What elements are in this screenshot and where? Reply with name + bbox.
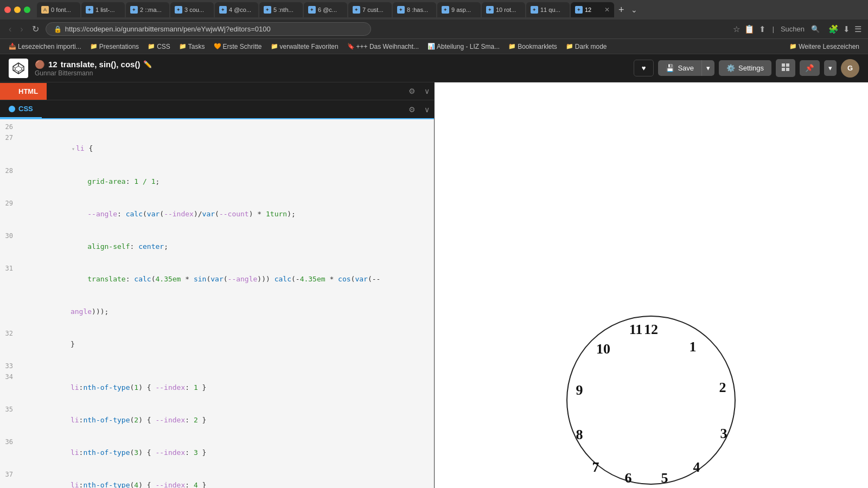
- downloads-button[interactable]: ⬇: [843, 24, 850, 34]
- tab-scroll-arrows[interactable]: ⌄: [631, 5, 637, 14]
- bookmark-abteilung-label: Abteilung - LIZ Sma...: [437, 43, 500, 50]
- css-label: CSS: [18, 105, 33, 113]
- browser-tab-1[interactable]: A 0 font...: [37, 2, 80, 17]
- svg-rect-11: [786, 68, 789, 71]
- bookmark-tasks[interactable]: 📁 Tasks: [176, 42, 208, 52]
- star-bookmark-button[interactable]: ☆: [733, 24, 740, 34]
- tab-bar: A 0 font... ✦ 1 list-... ✦ 2 ::ma... ✦ 3…: [0, 0, 868, 20]
- grid-view-button[interactable]: [776, 59, 795, 77]
- tab-label-3: 2 ::ma...: [140, 7, 162, 13]
- bookmark-weitere[interactable]: 📁 Weitere Lesezeichen: [786, 42, 863, 52]
- clock-preview: 12 1 2 3 4 5 6 7 8 9 10: [559, 308, 743, 489]
- browser-tab-4[interactable]: ✦ 3 cou...: [170, 2, 214, 17]
- clock-number-5: 5: [661, 470, 668, 486]
- bookmark-import[interactable]: 📥 Lesezeichen importi...: [5, 42, 85, 52]
- bookmark-tasks-icon: 📁: [179, 43, 187, 50]
- heart-button[interactable]: ♥: [634, 60, 654, 76]
- pen-title-row: 🟤 12 translate, sin(), cos() ✏️: [35, 60, 152, 69]
- html-settings-button[interactable]: ⚙: [404, 82, 420, 100]
- svg-marker-1: [15, 66, 22, 72]
- reload-button[interactable]: ↻: [30, 23, 41, 35]
- tab-css[interactable]: CSS: [0, 100, 42, 118]
- share-button[interactable]: ⬆: [759, 24, 766, 34]
- tab-html[interactable]: HTML: [0, 83, 47, 100]
- clock-number-2: 2: [719, 380, 726, 395]
- bookmark-erste[interactable]: 🧡 Erste Schritte: [210, 42, 265, 52]
- bookmark-abteilung[interactable]: 📊 Abteilung - LIZ Sma...: [424, 42, 503, 52]
- forward-button[interactable]: ›: [18, 23, 25, 35]
- url-input[interactable]: 🔒 https://codepen.io/gunnarbittersmann/p…: [46, 22, 371, 36]
- bookmark-erste-label: Erste Schritte: [223, 43, 262, 50]
- line-number-31-cont: 31: [0, 296, 20, 328]
- clock-number-7: 7: [592, 459, 599, 475]
- codepen-logo[interactable]: [9, 59, 28, 78]
- bookmark-darkmode-label: Dark mode: [575, 43, 607, 50]
- browser-tab-3[interactable]: ✦ 2 ::ma...: [126, 2, 169, 17]
- bookmark-bookmarklets[interactable]: 📁 Bookmarklets: [505, 42, 560, 52]
- maximize-window-button[interactable]: [24, 7, 30, 13]
- browser-tab-5[interactable]: ✦ 4 @co...: [215, 2, 258, 17]
- fold-arrow-27[interactable]: ▾: [71, 146, 76, 152]
- minimize-window-button[interactable]: [14, 7, 21, 13]
- svg-rect-9: [786, 63, 789, 67]
- clock-number-8: 8: [576, 427, 583, 442]
- reading-list-button[interactable]: 📋: [744, 24, 755, 34]
- close-window-button[interactable]: [4, 7, 11, 13]
- bookmarks-bar: 📥 Lesezeichen importi... 📁 Presentations…: [0, 39, 868, 54]
- bookmark-presentations[interactable]: 📁 Presentations: [87, 42, 142, 52]
- menu-button[interactable]: ☰: [854, 24, 861, 34]
- css-code-editor[interactable]: 26 27 ▾li { 28 grid-area: 1 / 1;: [0, 119, 434, 488]
- browser-tab-10[interactable]: ✦ 9 asp...: [437, 2, 481, 17]
- bookmark-darkmode[interactable]: 📁 Dark mode: [563, 42, 610, 52]
- settings-gear-icon: ⚙️: [726, 64, 735, 72]
- browser-tab-8[interactable]: ✦ 7 cust...: [348, 2, 392, 17]
- browser-tab-7[interactable]: ✦ 6 @c...: [304, 2, 347, 17]
- divider: |: [773, 25, 774, 33]
- save-button[interactable]: 💾 Save: [658, 60, 701, 76]
- line-content-27: ▾li {: [20, 132, 434, 165]
- tab-label-12: 11 qu...: [540, 7, 560, 13]
- pen-number: 12: [48, 60, 58, 69]
- more-options-button[interactable]: ▾: [824, 60, 837, 76]
- browser-tab-11[interactable]: ✦ 10 rot...: [482, 2, 525, 17]
- bookmark-weihnacht-icon: 🔖: [347, 43, 355, 50]
- clock-number-4: 4: [693, 459, 700, 475]
- line-content-32: }: [20, 328, 434, 361]
- tab-close-icon[interactable]: ✕: [604, 6, 610, 14]
- browser-tab-13-active[interactable]: ✦ 12 ✕: [571, 2, 614, 17]
- line-content-31-cont: angle)));: [20, 296, 434, 328]
- browser-tab-6[interactable]: ✦ 5 :nth...: [259, 2, 303, 17]
- user-avatar[interactable]: G: [841, 59, 859, 78]
- settings-button[interactable]: ⚙️ Settings: [719, 60, 771, 76]
- url-icons: ☆ 📋 ⬆ | Suchen 🔍 🧩 ⬇ ☰: [733, 24, 861, 34]
- code-line-33: 33: [0, 361, 434, 371]
- pen-edit-icon[interactable]: ✏️: [143, 60, 152, 68]
- html-dot: [9, 88, 15, 94]
- code-line-32: 32 }: [0, 328, 434, 361]
- svg-line-6: [13, 70, 15, 70]
- tab-label-6: 5 :nth...: [273, 7, 293, 13]
- css-collapse-button[interactable]: ∨: [420, 101, 434, 118]
- browser-tab-2[interactable]: ✦ 1 list-...: [81, 2, 125, 17]
- url-bar: ‹ › ↻ 🔒 https://codepen.io/gunnarbitters…: [0, 20, 868, 39]
- new-tab-button[interactable]: +: [615, 4, 628, 16]
- tab-label-1: 0 font...: [51, 7, 71, 13]
- clock-number-6: 6: [625, 470, 632, 486]
- preview-panel: 12 1 2 3 4 5 6 7 8 9 10: [435, 82, 869, 488]
- bookmark-weihnacht[interactable]: 🔖 +++ Das Weihnacht...: [344, 42, 423, 52]
- codepen-logo-icon: [12, 62, 25, 75]
- browser-tab-9[interactable]: ✦ 8 :has...: [393, 2, 436, 17]
- code-line-29: 29 --angle: calc(var(--index)/var(--coun…: [0, 198, 434, 230]
- browser-tab-12[interactable]: ✦ 11 qu...: [526, 2, 570, 17]
- line-number-32: 32: [0, 328, 20, 361]
- pin-button[interactable]: 📌: [800, 60, 820, 76]
- lock-icon: 🔒: [54, 25, 62, 33]
- html-collapse-button[interactable]: ∨: [420, 82, 434, 100]
- back-button[interactable]: ‹: [7, 23, 14, 35]
- bookmark-css[interactable]: 📁 CSS: [144, 42, 174, 52]
- css-settings-button[interactable]: ⚙: [404, 101, 420, 118]
- code-line-36: 36 li:nth-of-type(3) { --index: 3 }: [0, 436, 434, 469]
- extensions-button[interactable]: 🧩: [828, 24, 839, 34]
- save-dropdown-button[interactable]: ▾: [701, 60, 714, 76]
- bookmark-verwaltete[interactable]: 📁 verwaltete Favoriten: [267, 42, 342, 52]
